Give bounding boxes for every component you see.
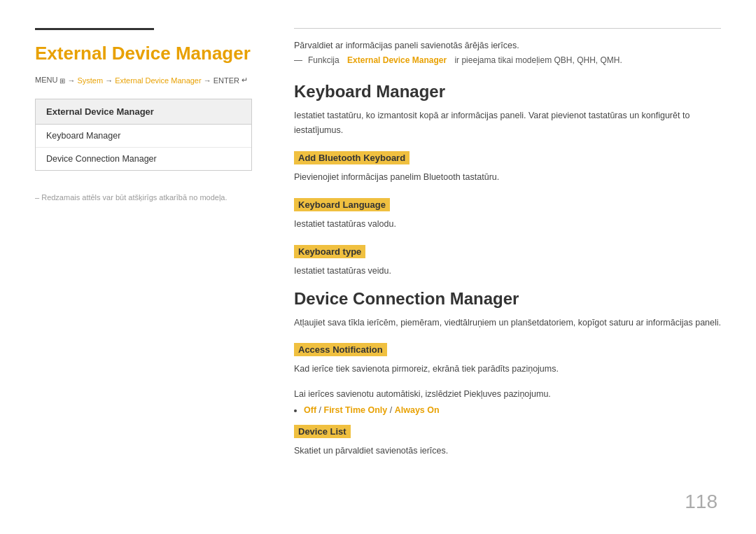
- enter-icon: ↵: [241, 76, 248, 85]
- left-panel: External Device Manager MENU ⊞ → System …: [35, 28, 273, 513]
- option-always-on: Always On: [395, 405, 440, 415]
- breadcrumb-edm: External Device Manager: [115, 76, 202, 85]
- footnote: Redzamais attēls var būt atšķirīgs atkar…: [35, 192, 252, 204]
- device-connection-manager-title: Device Connection Manager: [294, 289, 721, 309]
- add-bluetooth-keyboard-desc: Pievienojiet informācijas panelim Blueto…: [294, 170, 721, 184]
- menu-icon: ⊞: [59, 77, 65, 85]
- intro-note-link: External Device Manager: [347, 55, 447, 65]
- device-list-label[interactable]: Device List: [294, 425, 351, 438]
- breadcrumb-arrow3: →: [204, 76, 211, 85]
- breadcrumb-arrow1: →: [67, 76, 75, 85]
- intro-text: Pārvaldiet ar informācijas paneli savien…: [294, 38, 721, 52]
- option-first-time: First Time Only: [324, 405, 388, 415]
- breadcrumb-menu: MENU ⊞: [35, 76, 65, 85]
- breadcrumb-system: System: [77, 76, 103, 85]
- keyboard-type-label[interactable]: Keyboard type: [294, 245, 365, 258]
- keyboard-type-desc: Iestatiet tastatūras veidu.: [294, 264, 721, 278]
- keyboard-manager-desc: Iestatiet tastatūru, ko izmantosit kopā …: [294, 108, 721, 139]
- keyboard-manager-title: Keyboard Manager: [294, 82, 721, 101]
- intro-note-prefix: Funkcija: [308, 55, 340, 65]
- breadcrumb-enter: ENTER: [214, 76, 239, 85]
- breadcrumb-arrow2: →: [105, 76, 113, 85]
- keyboard-manager-section: Keyboard Manager Iestatiet tastatūru, ko…: [294, 82, 721, 278]
- add-bluetooth-keyboard-label[interactable]: Add Bluetooth Keyboard: [294, 151, 410, 164]
- top-line-left: [35, 28, 154, 30]
- right-panel: Pārvaldiet ar informācijas paneli savien…: [273, 28, 721, 513]
- menu-text: MENU: [35, 76, 57, 84]
- option-sep2: /: [390, 405, 395, 415]
- options-list-item: Off / First Time Only / Always On: [304, 405, 721, 415]
- nav-item-device-connection-manager[interactable]: Device Connection Manager: [36, 148, 251, 170]
- device-connection-manager-desc: Atļaujiet sava tīkla ierīcēm, piemēram, …: [294, 316, 721, 330]
- access-notification-label[interactable]: Access Notification: [294, 343, 387, 356]
- nav-box: External Device Manager Keyboard Manager…: [35, 99, 252, 171]
- nav-item-keyboard-manager[interactable]: Keyboard Manager: [36, 125, 251, 148]
- intro-note-suffix: ir pieejama tikai modeļiem QBH, QHH, QMH…: [454, 55, 622, 65]
- keyboard-language-desc: Iestatiet tastatūras valodu.: [294, 217, 721, 231]
- access-notification-desc2: Lai ierīces savienotu automātiski, izslē…: [294, 387, 721, 401]
- intro-note: Funkcija External Device Manager ir piee…: [294, 55, 721, 65]
- options-list: Off / First Time Only / Always On: [294, 405, 721, 415]
- access-notification-desc1: Kad ierīce tiek savienota pirmoreiz, ekr…: [294, 362, 721, 376]
- top-line-right: [294, 28, 721, 29]
- nav-box-header: External Device Manager: [36, 99, 251, 125]
- device-connection-manager-section: Device Connection Manager Atļaujiet sava…: [294, 289, 721, 458]
- option-off: Off: [304, 405, 316, 415]
- breadcrumb: MENU ⊞ → System → External Device Manage…: [35, 76, 252, 85]
- device-list-desc: Skatiet un pārvaldiet savienotās ierīces…: [294, 444, 721, 458]
- page-title: External Device Manager: [35, 43, 252, 64]
- keyboard-language-label[interactable]: Keyboard Language: [294, 198, 390, 211]
- option-sep1: /: [319, 405, 324, 415]
- page-number: 118: [685, 491, 718, 513]
